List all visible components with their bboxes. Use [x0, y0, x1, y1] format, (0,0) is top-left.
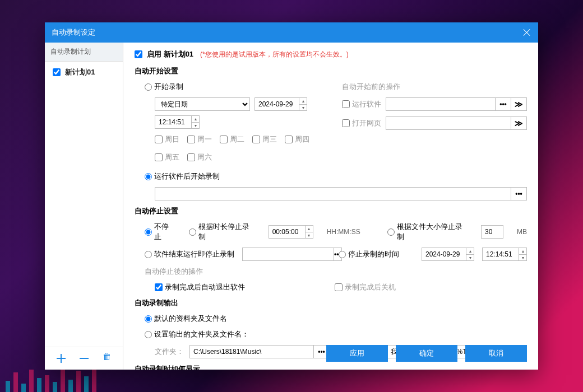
- start-date-input[interactable]: ▴▾: [255, 97, 307, 111]
- display-section-title: 自动录制时如何显示: [135, 364, 527, 370]
- sidebar-header: 自动录制计划: [45, 43, 123, 62]
- open-web-go-icon[interactable]: ≫: [511, 116, 527, 130]
- add-plan-icon[interactable]: [55, 353, 67, 364]
- custom-output-radio[interactable]: 设置输出的文件夹及文件名：: [145, 329, 249, 339]
- output-section-title: 自动录制输出: [135, 298, 527, 308]
- cancel-button[interactable]: 取消: [465, 345, 527, 362]
- plan-enabled-checkbox[interactable]: [53, 68, 61, 76]
- auto-record-settings-dialog: 自动录制设定 自动录制计划 新计划01 启用 新计划01 (*您使用的是试用版本…: [45, 22, 538, 370]
- run-software-checkbox[interactable]: 运行软件: [342, 99, 381, 109]
- stop-date-input[interactable]: ▴▾: [422, 248, 474, 261]
- sidebar-item-plan[interactable]: 新计划01: [45, 62, 123, 83]
- sidebar: 自动录制计划 新计划01: [45, 43, 123, 370]
- trigger-software-path[interactable]: [155, 187, 511, 200]
- size-input[interactable]: [481, 225, 503, 239]
- start-after-software-radio[interactable]: 运行软件后开始录制: [145, 171, 220, 181]
- stop-time-input[interactable]: ▴▾: [482, 248, 527, 261]
- enable-plan-checkbox[interactable]: [135, 50, 142, 58]
- weekday-checkboxes: 周日 周一 周二 周三 周四 周五 周六: [135, 134, 320, 162]
- dialog-title: 自动录制设定: [52, 27, 95, 38]
- stop-software-path[interactable]: [242, 248, 334, 261]
- shutdown-after-checkbox[interactable]: 录制完成后关机: [335, 282, 396, 292]
- exit-after-checkbox[interactable]: 录制完成后自动退出软件: [155, 282, 245, 292]
- titlebar: 自动录制设定: [45, 22, 538, 43]
- after-stop-ops-label: 自动停止後的操作: [135, 267, 527, 277]
- no-stop-radio[interactable]: 不停止: [145, 222, 175, 242]
- stop-at-time-radio[interactable]: 停止录制的时间: [339, 249, 399, 259]
- remove-plan-icon[interactable]: [78, 353, 90, 364]
- start-recording-radio[interactable]: 开始录制: [145, 82, 183, 92]
- start-mode-select[interactable]: 特定日期: [155, 97, 250, 111]
- delete-plan-icon[interactable]: [101, 353, 113, 364]
- plan-label: 新计划01: [65, 67, 95, 77]
- stop-by-duration-radio[interactable]: 根据时长停止录制: [189, 222, 255, 242]
- enable-plan-name: 新计划01: [164, 50, 193, 58]
- run-software-path[interactable]: [386, 97, 496, 111]
- duration-hint: HH:MM:SS: [327, 228, 360, 236]
- apply-button[interactable]: 应用: [326, 345, 388, 362]
- pre-ops-label: 自动开始前的操作: [342, 82, 527, 92]
- output-folder-input[interactable]: [189, 345, 314, 358]
- ok-button[interactable]: 确定: [396, 345, 457, 362]
- duration-input[interactable]: ▴▾: [269, 225, 313, 239]
- trial-warning: (*您使用的是试用版本，所有的设置均不会生效。): [200, 50, 349, 59]
- auto-stop-section-title: 自动停止设置: [135, 206, 527, 216]
- folder-label: 文件夹：: [155, 347, 184, 357]
- auto-start-section-title: 自动开始设置: [135, 66, 527, 76]
- browse-software-icon[interactable]: •••: [496, 97, 511, 111]
- size-unit: MB: [517, 228, 527, 236]
- sidebar-toolbar: [45, 347, 123, 370]
- run-software-go-icon[interactable]: ≫: [511, 97, 527, 111]
- stop-after-software-end-radio[interactable]: 软件结束运行即停止录制: [145, 249, 234, 259]
- open-web-url[interactable]: [386, 116, 511, 130]
- main-panel: 启用 新计划01 (*您使用的是试用版本，所有的设置均不会生效。) 自动开始设置…: [123, 43, 538, 370]
- stop-by-size-radio[interactable]: 根据文件大小停止录制: [387, 222, 468, 242]
- default-output-radio[interactable]: 默认的资料夹及文件名: [145, 314, 227, 324]
- browse-trigger-software-icon[interactable]: •••: [511, 187, 527, 200]
- start-time-input[interactable]: ▴▾: [155, 115, 200, 129]
- open-web-checkbox[interactable]: 打开网页: [342, 118, 381, 128]
- close-icon[interactable]: [522, 28, 531, 37]
- enable-prefix: 启用: [147, 50, 161, 58]
